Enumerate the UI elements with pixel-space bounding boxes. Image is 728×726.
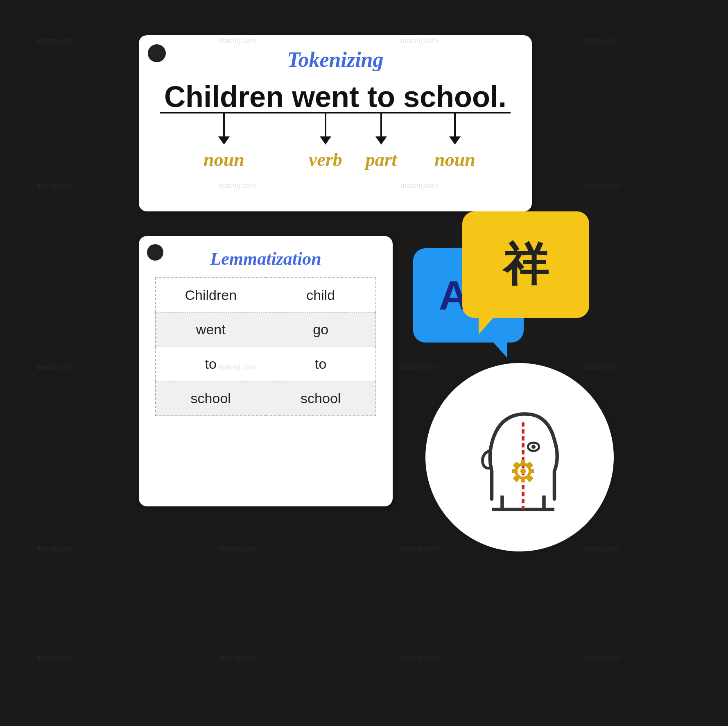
word-cell: Children xyxy=(156,278,266,313)
arrow-went xyxy=(325,113,326,138)
lemma-dot xyxy=(147,244,163,261)
token-word-school: school. xyxy=(399,80,511,113)
lemma-table: Children child went go to to school scho… xyxy=(155,277,376,416)
bubble-yellow-text: 祥 xyxy=(503,234,548,295)
svg-point-5 xyxy=(531,445,536,449)
svg-point-7 xyxy=(520,468,526,474)
sentence-row: Children noun went verb to part xyxy=(159,80,511,170)
label-went: verb xyxy=(309,149,342,170)
token-word-children: Children xyxy=(160,80,288,113)
main-container: Tokenizing Children noun went verb to xyxy=(139,35,589,691)
token-group-went: went verb xyxy=(288,80,363,170)
tokenizing-card: Tokenizing Children noun went verb to xyxy=(139,35,532,211)
lemma-cell: school xyxy=(266,381,376,416)
table-row: went go xyxy=(156,313,376,347)
svg-rect-10 xyxy=(512,469,518,473)
word-cell: to xyxy=(156,347,266,381)
arrow-to xyxy=(380,113,382,138)
svg-rect-9 xyxy=(521,477,525,483)
lemma-cell: go xyxy=(266,313,376,347)
lemmatization-title: Lemmatization xyxy=(155,248,376,269)
token-word-to: to xyxy=(363,80,399,113)
table-row: school school xyxy=(156,381,376,416)
arrow-children xyxy=(223,113,225,138)
svg-rect-11 xyxy=(529,469,534,473)
label-to: part xyxy=(366,149,397,170)
word-cell: went xyxy=(156,313,266,347)
card-dot xyxy=(148,44,166,62)
bubble-yellow: 祥 xyxy=(462,211,589,318)
ai-head-svg xyxy=(450,388,589,527)
token-group-children: Children noun xyxy=(160,80,288,170)
lemmatization-card: Lemmatization Children child went go to … xyxy=(139,236,393,506)
token-group-school: school. noun xyxy=(399,80,511,170)
table-row: Children child xyxy=(156,278,376,313)
lemma-cell: child xyxy=(266,278,376,313)
svg-rect-8 xyxy=(521,460,525,466)
tokenizing-title: Tokenizing xyxy=(159,48,511,72)
label-school: noun xyxy=(434,149,475,170)
token-group-to: to part xyxy=(363,80,399,170)
label-children: noun xyxy=(203,149,244,170)
ai-head-circle xyxy=(425,363,614,551)
lemma-cell: to xyxy=(266,347,376,381)
token-word-went: went xyxy=(288,80,363,113)
table-row: to to xyxy=(156,347,376,381)
arrow-school xyxy=(454,113,456,138)
word-cell: school xyxy=(156,381,266,416)
